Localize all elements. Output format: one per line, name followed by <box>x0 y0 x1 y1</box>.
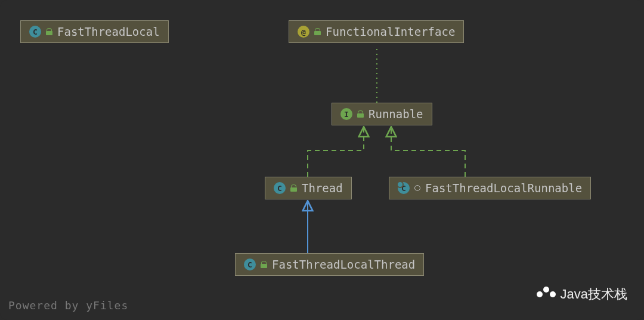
class-icon: C <box>29 26 41 38</box>
powered-by-label: Powered by yFiles <box>8 299 128 312</box>
node-runnable[interactable]: I Runnable <box>332 103 432 125</box>
lock-icon <box>314 28 321 35</box>
wechat-icon <box>537 287 556 302</box>
node-label: FastThreadLocalRunnable <box>425 183 582 194</box>
annotation-icon: @ <box>298 26 309 38</box>
interface-icon: I <box>340 108 352 120</box>
node-fastthreadlocalrunnable[interactable]: C FastThreadLocalRunnable <box>389 177 591 199</box>
lock-icon <box>290 184 297 192</box>
watermark-text: Java技术栈 <box>561 285 627 303</box>
node-fastthreadlocalthread[interactable]: C FastThreadLocalThread <box>235 253 424 276</box>
edge-thread-runnable <box>308 128 364 177</box>
final-class-icon: C <box>398 182 410 194</box>
package-visibility-icon <box>414 185 420 191</box>
node-fastthreadlocal[interactable]: C FastThreadLocal <box>20 20 169 43</box>
lock-icon <box>261 261 267 268</box>
watermark: Java技术栈 <box>537 285 627 303</box>
node-functionalinterface[interactable]: @ FunctionalInterface <box>289 20 464 43</box>
node-label: FastThreadLocal <box>57 26 160 38</box>
lock-icon <box>46 28 52 35</box>
node-label: Runnable <box>369 109 423 120</box>
class-icon: C <box>244 259 256 270</box>
edge-ftlrunnable-runnable <box>391 128 465 177</box>
lock-icon <box>357 110 364 118</box>
node-label: Thread <box>302 183 343 194</box>
node-label: FunctionalInterface <box>326 26 455 38</box>
diagram-canvas: C FastThreadLocal @ FunctionalInterface … <box>0 0 644 320</box>
class-icon: C <box>274 182 286 194</box>
node-label: FastThreadLocalThread <box>272 259 415 270</box>
node-thread[interactable]: C Thread <box>265 177 352 199</box>
